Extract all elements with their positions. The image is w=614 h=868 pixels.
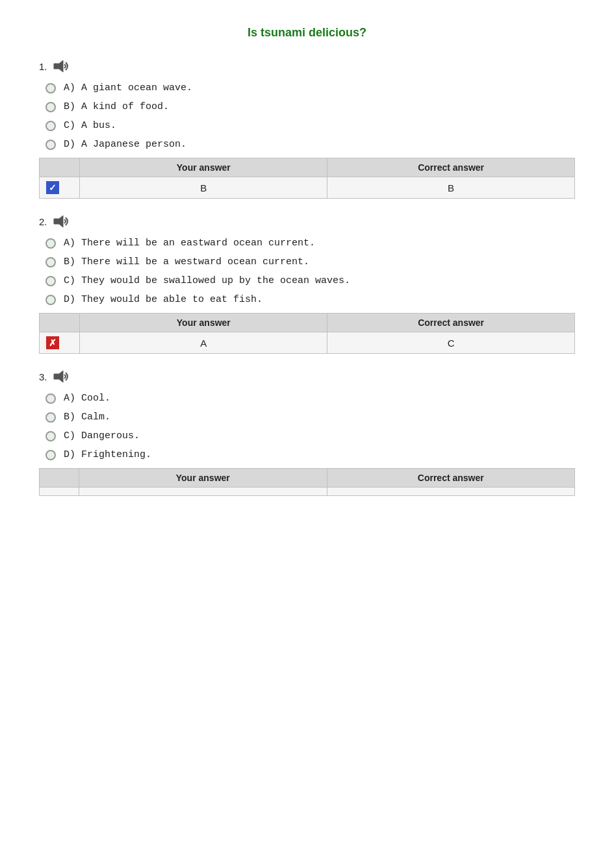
option-row-1d[interactable]: D) A Japanese person. <box>45 139 575 150</box>
option-row-2c[interactable]: C) They would be swallowed up by the oce… <box>45 275 575 286</box>
radio-2a[interactable] <box>45 238 56 249</box>
option-row-3d[interactable]: D) Frightening. <box>45 449 575 460</box>
your-answer-cell-2: A <box>80 332 327 354</box>
th-icon-3 <box>40 469 79 488</box>
question-header-2: 2. <box>39 214 575 229</box>
th-your-1: Your answer <box>80 158 327 177</box>
option-row-2d[interactable]: D) They would be able to eat fish. <box>45 294 575 305</box>
th-icon-1 <box>40 158 80 177</box>
correct-answer-cell-1: B <box>327 177 575 199</box>
option-label-2b: B) There will be a westward ocean curren… <box>64 256 309 267</box>
option-row-1c[interactable]: C) A bus. <box>45 120 575 131</box>
question-block-3: 3. A) Cool. B) Calm. C) Dangerous. D) Fr… <box>39 369 575 496</box>
your-answer-cell-3 <box>79 488 327 496</box>
radio-1a[interactable] <box>45 83 56 93</box>
result-icon-cell-2 <box>40 332 80 354</box>
option-label-2c: C) They would be swallowed up by the oce… <box>64 275 350 286</box>
answer-table-3: Your answer Correct answer <box>39 468 575 496</box>
th-your-2: Your answer <box>80 314 327 332</box>
question-num-2: 2. <box>39 216 47 227</box>
page-title: Is tsunami delicious? <box>39 26 575 40</box>
your-answer-cell-1: B <box>80 177 327 199</box>
radio-3d[interactable] <box>45 450 56 460</box>
option-row-1b[interactable]: B) A kind of food. <box>45 101 575 112</box>
answer-table-2: Your answer Correct answer A C <box>39 313 575 354</box>
option-row-3c[interactable]: C) Dangerous. <box>45 430 575 441</box>
th-correct-2: Correct answer <box>327 314 575 332</box>
speaker-icon-1[interactable] <box>53 59 71 73</box>
radio-2c[interactable] <box>45 276 56 286</box>
wrong-icon-2 <box>46 336 59 349</box>
th-icon-2 <box>40 314 80 332</box>
answer-row-3 <box>40 488 575 496</box>
answer-row-1: B B <box>40 177 575 199</box>
th-correct-3: Correct answer <box>327 469 575 488</box>
speaker-icon-3[interactable] <box>53 369 71 384</box>
radio-1b[interactable] <box>45 102 56 112</box>
radio-1d[interactable] <box>45 140 56 150</box>
speaker-icon-2[interactable] <box>53 214 71 229</box>
answer-table-1: Your answer Correct answer B B <box>39 158 575 199</box>
svg-marker-1 <box>54 216 63 227</box>
option-row-3a[interactable]: A) Cool. <box>45 393 575 404</box>
option-label-1a: A) A giant ocean wave. <box>64 82 192 93</box>
question-block-1: 1. A) A giant ocean wave. B) A kind of f… <box>39 59 575 199</box>
option-label-2a: A) There will be an eastward ocean curre… <box>64 238 315 249</box>
option-label-3d: D) Frightening. <box>64 449 151 460</box>
option-row-2a[interactable]: A) There will be an eastward ocean curre… <box>45 238 575 249</box>
svg-marker-2 <box>54 371 63 382</box>
question-header-1: 1. <box>39 59 575 73</box>
page: Is tsunami delicious? 1. A) A giant ocea… <box>0 0 614 868</box>
option-row-1a[interactable]: A) A giant ocean wave. <box>45 82 575 93</box>
radio-1c[interactable] <box>45 121 56 131</box>
option-row-3b[interactable]: B) Calm. <box>45 412 575 423</box>
correct-answer-cell-3 <box>327 488 575 496</box>
option-label-3b: B) Calm. <box>64 412 110 423</box>
correct-icon-1 <box>46 181 59 194</box>
svg-marker-0 <box>54 60 63 72</box>
option-label-3a: A) Cool. <box>64 393 110 404</box>
radio-2d[interactable] <box>45 295 56 305</box>
radio-3a[interactable] <box>45 393 56 404</box>
result-icon-cell-3 <box>40 488 79 496</box>
answer-row-2: A C <box>40 332 575 354</box>
th-correct-1: Correct answer <box>327 158 575 177</box>
correct-answer-cell-2: C <box>327 332 575 354</box>
question-header-3: 3. <box>39 369 575 384</box>
option-row-2b[interactable]: B) There will be a westward ocean curren… <box>45 256 575 267</box>
radio-2b[interactable] <box>45 257 56 267</box>
option-label-2d: D) They would be able to eat fish. <box>64 294 262 305</box>
question-block-2: 2. A) There will be an eastward ocean cu… <box>39 214 575 354</box>
th-your-3: Your answer <box>79 469 327 488</box>
question-num-1: 1. <box>39 61 47 72</box>
option-label-1c: C) A bus. <box>64 120 116 131</box>
radio-3c[interactable] <box>45 431 56 441</box>
option-label-1b: B) A kind of food. <box>64 101 169 112</box>
option-label-3c: C) Dangerous. <box>64 430 140 441</box>
result-icon-cell-1 <box>40 177 80 199</box>
radio-3b[interactable] <box>45 412 56 423</box>
option-label-1d: D) A Japanese person. <box>64 139 186 150</box>
question-num-3: 3. <box>39 371 47 382</box>
